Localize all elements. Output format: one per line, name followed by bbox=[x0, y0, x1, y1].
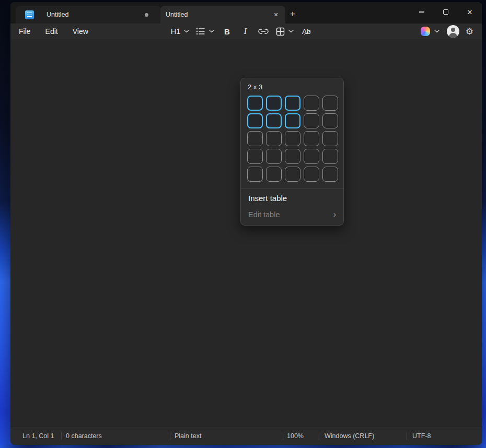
list-dropdown[interactable] bbox=[195, 25, 215, 38]
insert-table-flyout: 2 x 3 Insert table Edit table › bbox=[240, 78, 344, 226]
heading-style-dropdown[interactable]: H1 bbox=[170, 25, 191, 38]
edit-table-menu-item[interactable]: Edit table › bbox=[241, 206, 343, 223]
chevron-right-icon: › bbox=[333, 210, 336, 219]
heading-style-label: H1 bbox=[171, 27, 181, 36]
table-size-cell[interactable] bbox=[266, 113, 282, 128]
zoom-level[interactable]: 100% bbox=[287, 432, 304, 440]
statusbar-divider bbox=[170, 432, 170, 440]
statusbar-divider bbox=[283, 432, 283, 440]
titlebar[interactable]: Untitled Untitled ✕ + ✕ bbox=[10, 2, 482, 23]
insert-table-dropdown[interactable] bbox=[275, 25, 295, 38]
table-size-grid bbox=[247, 96, 337, 182]
tab-untitled-2-active[interactable]: Untitled ✕ bbox=[160, 6, 285, 23]
table-size-cell[interactable] bbox=[285, 131, 300, 146]
table-size-cell[interactable] bbox=[304, 167, 319, 182]
gear-icon: ⚙ bbox=[466, 27, 473, 37]
text-editor-area[interactable]: 2 x 3 Insert table Edit table › bbox=[10, 39, 482, 427]
chevron-down-icon bbox=[288, 30, 294, 33]
notepad-window: Untitled Untitled ✕ + ✕ File Edit View H… bbox=[10, 2, 482, 445]
table-size-cell[interactable] bbox=[322, 113, 338, 128]
cursor-position: Ln 1, Col 1 bbox=[22, 432, 54, 440]
statusbar-divider bbox=[407, 432, 407, 440]
desktop-taskbar-strip bbox=[0, 444, 486, 448]
table-size-cell[interactable] bbox=[322, 167, 338, 182]
tab-label: Untitled bbox=[47, 11, 68, 18]
chevron-down-icon bbox=[184, 30, 189, 33]
table-size-cell[interactable] bbox=[266, 96, 282, 111]
table-icon bbox=[276, 27, 285, 36]
chevron-down-icon bbox=[434, 30, 439, 33]
window-controls: ✕ bbox=[410, 2, 482, 22]
table-size-cell[interactable] bbox=[247, 149, 263, 164]
new-tab-button[interactable]: + bbox=[286, 8, 299, 20]
copilot-dropdown[interactable] bbox=[419, 26, 442, 37]
statusbar-divider bbox=[319, 432, 319, 440]
avatar-person-icon bbox=[451, 28, 455, 32]
maximize-button[interactable] bbox=[434, 2, 458, 22]
line-ending: Windows (CRLF) bbox=[325, 432, 374, 440]
table-size-cell[interactable] bbox=[304, 96, 319, 111]
table-size-cell[interactable] bbox=[266, 167, 282, 182]
table-size-cell[interactable] bbox=[322, 149, 338, 164]
minimize-button[interactable] bbox=[410, 2, 434, 22]
bullet-list-icon bbox=[196, 27, 205, 36]
copilot-icon bbox=[421, 27, 430, 36]
encoding: UTF-8 bbox=[412, 432, 431, 440]
menu-edit[interactable]: Edit bbox=[38, 25, 65, 38]
menu-view[interactable]: View bbox=[65, 25, 96, 38]
edit-table-label: Edit table bbox=[248, 210, 280, 219]
table-size-cell[interactable] bbox=[285, 149, 300, 164]
bold-icon: B bbox=[224, 27, 230, 36]
statusbar: Ln 1, Col 1 0 characters Plain text 100%… bbox=[10, 427, 482, 445]
italic-button[interactable]: I bbox=[238, 25, 252, 38]
statusbar-divider bbox=[61, 432, 62, 440]
bold-button[interactable]: B bbox=[220, 25, 234, 38]
clear-formatting-button[interactable]: Ab bbox=[299, 25, 313, 38]
italic-icon: I bbox=[244, 27, 247, 36]
maximize-icon bbox=[443, 9, 448, 15]
table-size-cell[interactable] bbox=[304, 149, 319, 164]
account-avatar[interactable] bbox=[447, 25, 459, 38]
document-type: Plain text bbox=[175, 432, 201, 440]
notepad-app-icon bbox=[25, 10, 34, 19]
formatting-toolbar: H1 B I bbox=[170, 25, 314, 38]
table-size-cell[interactable] bbox=[247, 113, 263, 128]
table-size-cell[interactable] bbox=[304, 131, 319, 146]
character-count: 0 characters bbox=[66, 432, 102, 440]
insert-link-button[interactable] bbox=[257, 25, 270, 38]
insert-table-label: Insert table bbox=[248, 194, 287, 203]
table-size-cell[interactable] bbox=[247, 96, 263, 111]
close-tab-icon[interactable]: ✕ bbox=[271, 9, 281, 20]
table-size-cell[interactable] bbox=[322, 131, 338, 146]
flyout-divider bbox=[241, 188, 343, 188]
table-size-cell[interactable] bbox=[266, 131, 282, 146]
table-size-cell[interactable] bbox=[304, 113, 319, 128]
tab-untitled-1[interactable]: Untitled bbox=[16, 6, 161, 23]
table-size-label: 2 x 3 bbox=[248, 83, 343, 91]
table-size-cell[interactable] bbox=[322, 96, 338, 111]
table-size-cell[interactable] bbox=[285, 96, 300, 111]
unsaved-dot-icon bbox=[145, 13, 148, 17]
menu-file[interactable]: File bbox=[11, 25, 38, 38]
insert-table-menu-item[interactable]: Insert table bbox=[241, 190, 343, 206]
close-button[interactable]: ✕ bbox=[458, 2, 482, 22]
close-icon: ✕ bbox=[467, 9, 473, 16]
toolbar-right-group: ⚙ bbox=[419, 25, 475, 38]
link-icon bbox=[258, 28, 269, 35]
table-size-cell[interactable] bbox=[285, 113, 300, 128]
table-size-cell[interactable] bbox=[266, 149, 282, 164]
table-size-cell[interactable] bbox=[247, 131, 263, 146]
settings-button[interactable]: ⚙ bbox=[465, 26, 475, 37]
minimize-icon bbox=[419, 11, 424, 12]
tab-label: Untitled bbox=[166, 11, 188, 18]
clear-formatting-icon: Ab bbox=[302, 28, 311, 36]
table-size-cell[interactable] bbox=[285, 167, 300, 182]
menubar: File Edit View H1 B I bbox=[10, 23, 482, 39]
chevron-down-icon bbox=[209, 30, 214, 33]
table-size-cell[interactable] bbox=[247, 167, 263, 182]
